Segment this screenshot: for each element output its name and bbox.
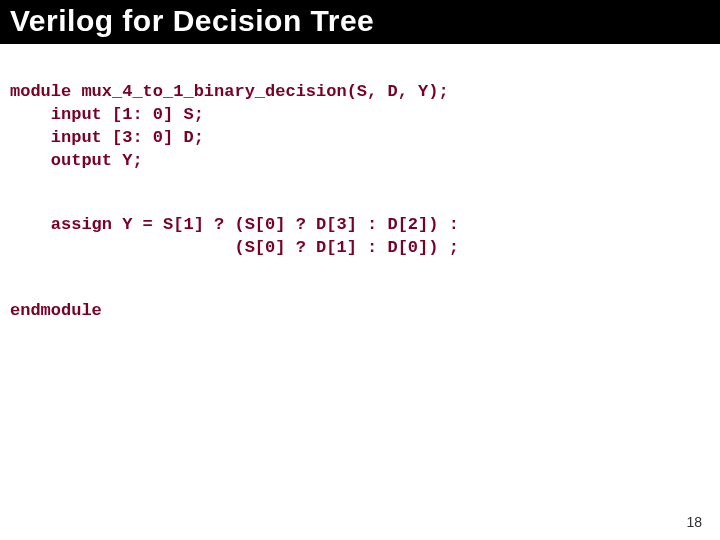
code-line-2: input [1: 0] S; <box>10 105 204 124</box>
slide-title: Verilog for Decision Tree <box>10 4 710 38</box>
module-header: module mux_4_to_1_binary_decision(S, D, … <box>10 81 710 173</box>
code-line-5: assign Y = S[1] ? (S[0] ? D[3] : D[2]) : <box>10 215 459 234</box>
code-line-1: module mux_4_to_1_binary_decision(S, D, … <box>10 82 449 101</box>
assign-block: assign Y = S[1] ? (S[0] ? D[3] : D[2]) :… <box>10 214 710 260</box>
code-block: module mux_4_to_1_binary_decision(S, D, … <box>0 44 720 364</box>
code-line-3: input [3: 0] D; <box>10 128 204 147</box>
code-line-6: (S[0] ? D[1] : D[0]) ; <box>10 238 459 257</box>
endmodule-block: endmodule <box>10 300 710 323</box>
title-bar: Verilog for Decision Tree <box>0 0 720 44</box>
code-line-4: output Y; <box>10 151 143 170</box>
page-number: 18 <box>686 514 702 530</box>
code-line-7: endmodule <box>10 301 102 320</box>
